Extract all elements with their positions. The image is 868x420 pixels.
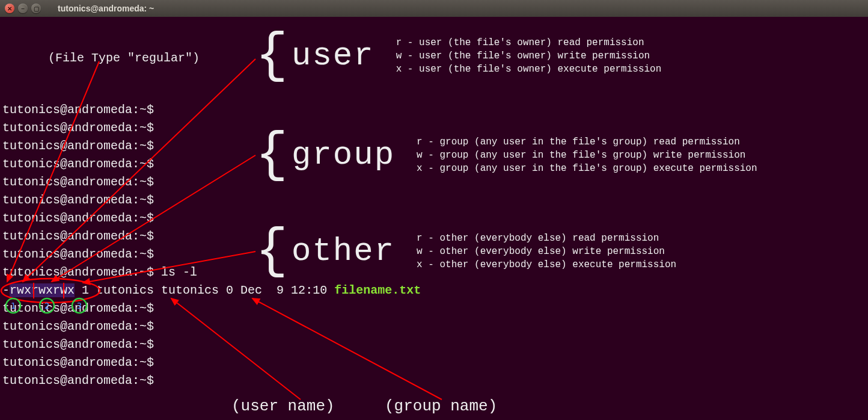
prompt-line: tutonics@andromeda:~$ (2, 372, 421, 390)
group-r: r - group (any user in the file's group)… (417, 135, 757, 149)
annotation-other-desc: r - other (everybody else) read permissi… (417, 232, 676, 271)
brace-icon: { (255, 35, 288, 77)
annotation-filetype: (File Type "regular") (48, 49, 200, 67)
annotation-group-block: { group r - group (any user in the file'… (255, 134, 757, 176)
perm-dash: - (2, 283, 10, 297)
annotation-user-title: user (292, 47, 374, 65)
prompt-line: tutonics@andromeda:~$ (2, 209, 421, 227)
prompt-line: tutonics@andromeda:~$ (2, 336, 421, 354)
annotation-username: (user name) (231, 397, 335, 415)
command-text: ls -l (161, 265, 197, 279)
prompt-line: tutonics@andromeda:~$ (2, 354, 421, 372)
brace-icon: { (255, 230, 288, 273)
group-x: x - group (any user in the file's group)… (417, 162, 757, 175)
ls-filename: filename.txt (334, 283, 421, 297)
brace-icon: { (255, 134, 288, 176)
group-w: w - group (any user in the file's group)… (417, 149, 757, 162)
user-w: w - user (the file's owner) write permis… (396, 49, 662, 63)
annotation-groupname: (group name) (385, 397, 497, 415)
annotation-user-desc: r - user (the file's owner) read permiss… (396, 36, 662, 76)
ls-details: 1 tutonics tutonics 0 Dec 9 12:10 (75, 283, 334, 297)
user-r: r - user (the file's owner) read permiss… (396, 36, 662, 49)
minimize-icon[interactable]: – (18, 4, 28, 13)
perm-user: rwx (10, 283, 31, 297)
annotation-other-title: other (292, 242, 395, 261)
prompt-line: tutonics@andromeda:~$ (2, 191, 421, 209)
prompt-line: tutonics@andromeda:~$ (2, 300, 421, 318)
window-titlebar: ✕ – ▢ tutonics@andromeda: ~ (0, 0, 868, 17)
terminal-area[interactable]: tutonics@andromeda:~$ tutonics@andromeda… (0, 17, 868, 420)
other-w: w - other (everybody else) write permiss… (417, 245, 676, 258)
user-x: x - user (the file's owner) execute perm… (396, 63, 662, 76)
perm-group: rwx (31, 283, 53, 297)
perm-other: rwx (53, 283, 75, 297)
window-title: tutonics@andromeda: ~ (58, 4, 154, 13)
annotation-group-title: group (292, 146, 395, 164)
annotation-other-block: { other r - other (everybody else) read … (255, 230, 676, 273)
annotation-user-block: { user r - user (the file's owner) read … (255, 35, 661, 77)
annotation-group-desc: r - group (any user in the file's group)… (417, 135, 757, 175)
maximize-icon[interactable]: ▢ (31, 4, 41, 13)
close-icon[interactable]: ✕ (5, 4, 14, 13)
prompt-line: tutonics@andromeda:~$ (2, 318, 421, 336)
other-x: x - other (everybody else) execute permi… (417, 258, 676, 271)
other-r: r - other (everybody else) read permissi… (417, 232, 676, 245)
prompt-text: tutonics@andromeda:~$ (2, 265, 154, 279)
ls-output-line: -rwxrwxrwx 1 tutonics tutonics 0 Dec 9 1… (2, 282, 421, 300)
prompt-line: tutonics@andromeda:~$ (2, 101, 421, 119)
